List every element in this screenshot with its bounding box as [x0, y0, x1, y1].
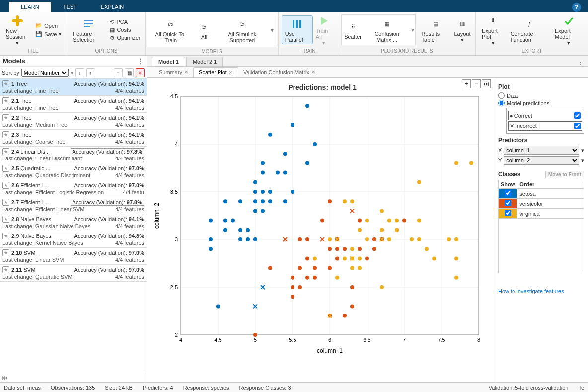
- sub-tab-confusion[interactable]: Validation Confusion Matrix✕: [238, 68, 320, 77]
- kebab-icon[interactable]: ⋮: [137, 57, 144, 65]
- svg-point-72: [305, 104, 309, 108]
- feature-selection-button[interactable]: Feature Selection: [70, 16, 108, 44]
- star-icon[interactable]: ★: [2, 80, 9, 87]
- model-item[interactable]: ★ 1 Tree Accuracy (Validation): 94.1% La…: [0, 79, 147, 96]
- svg-text:8: 8: [477, 337, 480, 343]
- tab-test[interactable]: TEST: [51, 2, 89, 12]
- model-item[interactable]: ★ 2.1 Tree Accuracy (Validation): 94.1% …: [0, 96, 147, 113]
- model-item[interactable]: ★ 2.5 Quadratic ... Accuracy (Validation…: [0, 163, 147, 180]
- next-button[interactable]: ⏭: [482, 79, 491, 88]
- predictors-heading: Predictors: [498, 137, 584, 144]
- star-icon[interactable]: ★: [2, 266, 9, 273]
- help-icon[interactable]: ?: [572, 3, 581, 12]
- optimizer-button[interactable]: ⚙Optimizer: [108, 34, 142, 42]
- star-icon[interactable]: ★: [2, 114, 9, 121]
- tab-explain[interactable]: EXPLAIN: [89, 2, 136, 12]
- svg-rect-0: [84, 20, 93, 21]
- plus-button[interactable]: +: [462, 79, 471, 88]
- star-icon[interactable]: ★: [2, 165, 9, 172]
- class-show-check[interactable]: [505, 200, 511, 206]
- pca-button[interactable]: ⟲PCA: [108, 18, 142, 26]
- svg-point-48: [238, 228, 242, 232]
- generate-function-button[interactable]: ƒGenerate Function: [508, 16, 552, 44]
- delete-button[interactable]: ✕: [136, 68, 145, 77]
- close-icon[interactable]: ✕: [184, 69, 188, 75]
- star-icon[interactable]: ★: [2, 97, 9, 104]
- class-show-check[interactable]: [505, 210, 511, 216]
- svg-point-101: [350, 304, 354, 308]
- check-incorrect[interactable]: [574, 123, 581, 129]
- radio-model-predictions[interactable]: Model predictions: [498, 100, 584, 106]
- svg-point-118: [313, 256, 317, 260]
- svg-point-97: [335, 247, 339, 251]
- doc-tab-model1[interactable]: Model 1: [152, 57, 185, 66]
- all-quick-to-train-button[interactable]: 🗂All Quick-To-Train: [150, 16, 191, 44]
- all-simulink-button[interactable]: 🗂All Simulink Supported: [217, 16, 268, 44]
- confusion-matrix-button[interactable]: ▦Confusion Matrix ...: [365, 16, 409, 44]
- minus-button[interactable]: −: [472, 79, 481, 88]
- star-icon[interactable]: ★: [2, 199, 9, 206]
- model-item[interactable]: ★ 2.4 Linear Dis... Accuracy (Validation…: [0, 147, 147, 163]
- star-icon[interactable]: ★: [2, 216, 9, 223]
- export-plot-button[interactable]: ⬇Export Plot▾: [479, 13, 508, 47]
- open-button[interactable]: 📂Open: [33, 22, 64, 29]
- kebab-icon[interactable]: ⋮: [578, 60, 588, 66]
- scatter-chart[interactable]: 44.555.566.577.5822.533.544.5column_1col…: [151, 91, 489, 360]
- close-icon[interactable]: ✕: [229, 70, 233, 75]
- model-item[interactable]: ★ 2.8 Naive Bayes Accuracy (Validation):…: [0, 214, 147, 231]
- sort-desc-button[interactable]: ↑: [86, 68, 95, 77]
- scroll-start-icon[interactable]: ⏮: [0, 373, 147, 382]
- svg-point-70: [291, 123, 294, 127]
- export-model-button[interactable]: Export Model▾: [552, 13, 585, 47]
- star-icon[interactable]: ★: [2, 249, 9, 256]
- model-item[interactable]: ★ 2.11 SVM Accuracy (Validation): 97.0% …: [0, 265, 147, 282]
- x-predictor-select[interactable]: column_1: [504, 146, 579, 155]
- sub-tab-summary[interactable]: Summary✕: [154, 68, 193, 77]
- check-correct[interactable]: [574, 112, 581, 119]
- svg-point-119: [328, 237, 332, 241]
- model-item[interactable]: ★ 2.10 SVM Accuracy (Validation): 97.0% …: [0, 248, 147, 265]
- results-table-button[interactable]: ▤Results Table: [419, 16, 452, 44]
- svg-point-40: [209, 237, 213, 241]
- svg-point-120: [335, 276, 339, 280]
- y-predictor-select[interactable]: column_2: [504, 156, 579, 165]
- svg-point-127: [358, 266, 362, 270]
- scatter-button[interactable]: ⠿Scatter: [343, 16, 363, 44]
- train-all-button[interactable]: Train All▾: [313, 13, 335, 47]
- star-icon[interactable]: ★: [2, 182, 9, 189]
- close-icon[interactable]: ✕: [311, 69, 315, 75]
- tab-learn[interactable]: LEARN: [9, 2, 51, 12]
- star-icon[interactable]: ★: [2, 131, 9, 138]
- move-to-front-button[interactable]: Move to Front: [545, 171, 584, 178]
- svg-point-131: [365, 219, 369, 223]
- svg-rect-4: [296, 20, 298, 28]
- models-list[interactable]: ★ 1 Tree Accuracy (Validation): 94.1% La…: [0, 79, 147, 373]
- model-item[interactable]: ★ 2.7 Efficient L... Accuracy (Validatio…: [0, 197, 147, 214]
- sort-asc-button[interactable]: ↓: [75, 68, 84, 77]
- svg-point-133: [380, 228, 384, 232]
- radio-data[interactable]: Data: [498, 92, 584, 99]
- save-button[interactable]: 💾Save ▾: [33, 30, 64, 38]
- doc-tab-model21[interactable]: Model 2.1: [186, 57, 223, 66]
- status-response: Response: species: [183, 385, 229, 391]
- model-item[interactable]: ★ 2.6 Efficient L... Accuracy (Validatio…: [0, 180, 147, 197]
- model-item[interactable]: ★ 2.2 Tree Accuracy (Validation): 94.1% …: [0, 113, 147, 130]
- svg-point-140: [417, 237, 421, 241]
- new-session-button[interactable]: New Session▾: [3, 13, 31, 47]
- model-item[interactable]: ★ 2.3 Tree Accuracy (Validation): 94.1% …: [0, 130, 147, 147]
- sort-by-select[interactable]: Model Number: [21, 69, 69, 77]
- grid-view-button[interactable]: ▦: [125, 68, 134, 77]
- use-parallel-button[interactable]: Use Parallel: [282, 15, 313, 44]
- all-button[interactable]: 🗂All: [194, 19, 214, 41]
- model-icon: 🗂: [164, 17, 178, 31]
- svg-text:6.5: 6.5: [363, 337, 370, 343]
- costs-button[interactable]: ▦Costs: [108, 26, 142, 34]
- star-icon[interactable]: ★: [2, 148, 9, 155]
- layout-button[interactable]: ▥Layout▾: [452, 16, 472, 44]
- investigate-features-link[interactable]: How to investigate features: [498, 288, 564, 294]
- sub-tab-scatter[interactable]: Scatter Plot✕: [193, 67, 238, 77]
- star-icon[interactable]: ★: [2, 233, 9, 239]
- list-view-button[interactable]: ≡: [114, 68, 123, 77]
- class-show-check[interactable]: [505, 190, 511, 196]
- model-item[interactable]: ★ 2.9 Naive Bayes Accuracy (Validation):…: [0, 231, 147, 248]
